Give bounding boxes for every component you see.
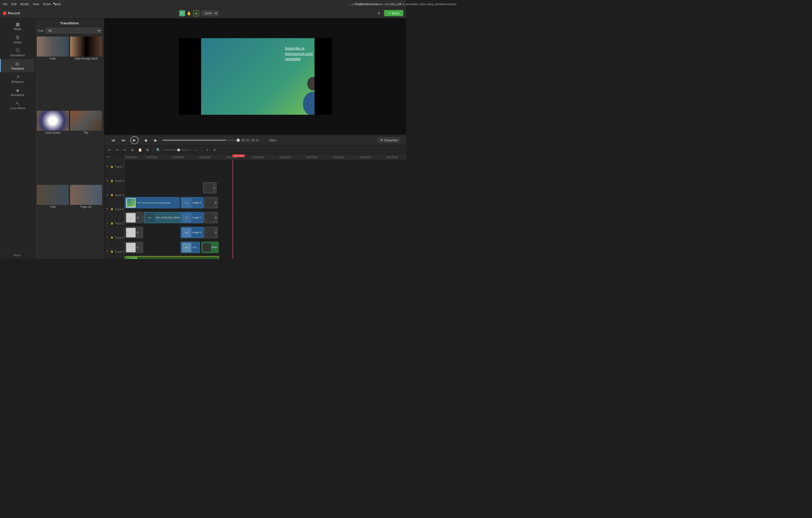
menu-modify[interactable]: Modify — [20, 2, 29, 6]
prev-marker-button[interactable]: ◀ — [142, 137, 149, 144]
menu-bar[interactable]: File Edit Modify View Share Help — [3, 2, 61, 6]
track-4-shape2-thumb — [206, 213, 214, 222]
track-label-3: 👁 🔒 Track 3 — [105, 217, 124, 231]
track-4-vis-icon[interactable]: 👁 — [106, 208, 109, 211]
track-6-lock-icon[interactable]: 🔒 — [110, 179, 114, 183]
track-4-clip-shape[interactable]: Shape — [125, 212, 143, 223]
track-5-clip-shape[interactable]: Shape — [204, 197, 218, 208]
ruler-mark-28: 0:00:28;00 — [312, 154, 323, 160]
sidebar-item-animations[interactable]: ◈ Animations — [0, 86, 34, 99]
cut-button[interactable]: ✂ — [122, 147, 128, 153]
add-track-row[interactable]: + ▾ — [105, 154, 124, 160]
sidebar-item-annotations[interactable]: 🗨 Annotations — [0, 46, 34, 59]
transition-page-roll[interactable]: Page roll — [70, 185, 102, 258]
track-1-vis-icon[interactable]: 👁 — [106, 250, 109, 253]
transition-circle-label: Circle stretch — [45, 131, 61, 135]
track-4-clip-vid[interactable]: VID VID_20191218_09020 — [144, 212, 182, 223]
track-6-label: Track 6 — [115, 179, 124, 182]
sidebar-behaviors-label: Behaviors — [12, 80, 24, 83]
track-2-lock-icon[interactable]: 🔒 — [110, 236, 114, 239]
preview-black-left — [179, 38, 201, 115]
preview-black-right — [315, 38, 332, 115]
track-3-vis-icon[interactable]: 👁 — [106, 222, 109, 225]
split-button[interactable]: ⊞ — [145, 147, 150, 153]
sidebar-item-library[interactable]: ☰ Library — [0, 33, 34, 46]
crop-tool-button[interactable]: ⊞ — [193, 10, 199, 16]
redo-button[interactable]: ↪ — [114, 147, 120, 153]
copy-button[interactable]: ⧉ — [129, 147, 135, 153]
zoom-handle[interactable] — [177, 149, 180, 151]
sidebar-more-button[interactable]: More — [0, 251, 34, 259]
track-6-clip-tex[interactable]: Tex — [203, 182, 216, 194]
track-label-6: 👁 🔒 Track 6 — [105, 174, 124, 188]
play-button[interactable]: ▶ — [130, 136, 139, 144]
annotations-icon: 🗨 — [16, 48, 20, 53]
track-3-lock-icon[interactable]: 🔒 — [110, 222, 114, 225]
zoom-slider[interactable] — [164, 149, 191, 150]
track-5-clip-newsletter[interactable]: The Fresh van Root Tex Newsletter — [125, 197, 180, 208]
track-1-clip-blog[interactable]: blog cover background square — [125, 256, 219, 259]
sidebar-item-behaviors[interactable]: ↗ Behaviors — [0, 72, 34, 86]
track-1-lock-icon[interactable]: 🔒 — [110, 250, 114, 253]
progress-handle[interactable] — [237, 139, 240, 142]
menu-help[interactable]: Help — [55, 2, 61, 6]
ruler[interactable]: 0:00:16;08 0:00:00;00 0:00:04;00 — [125, 154, 406, 160]
sidebar-item-media[interactable]: ▦ Media — [0, 20, 34, 33]
timeline-content: + ▾ 👁 🔒 Track 7 👁 🔒 Track 6 👁 — [105, 154, 406, 259]
progress-bar[interactable] — [163, 140, 238, 141]
track-row-1: blog cover background square — [125, 255, 406, 259]
transition-fold[interactable]: Fold — [37, 185, 69, 258]
track-row-4: Shape VID VID_20191218_09020 🔊 image-7 — [125, 210, 406, 225]
fps-display: 30fps — [269, 139, 277, 142]
track-7-vis-icon[interactable]: 👁 — [106, 165, 109, 169]
transition-flip[interactable]: Flip — [70, 111, 102, 184]
menu-share[interactable]: Share — [43, 2, 51, 6]
share-button[interactable]: ↗ Share — [384, 10, 403, 16]
go-start-button[interactable]: ⏮ — [110, 137, 117, 144]
sidebar-item-cursor-effects[interactable]: ↖ Cursor Effects — [0, 99, 34, 112]
track-2-fresh-label: fresh — [211, 246, 218, 249]
menu-edit[interactable]: Edit — [11, 2, 17, 6]
add-track-label: ▾ — [108, 155, 110, 158]
next-marker-button[interactable]: ▶ — [152, 137, 159, 144]
filter-select[interactable]: All Basic 3D — [46, 28, 102, 33]
undo-button[interactable]: ↩ — [107, 147, 113, 153]
panel-title: Transitions — [35, 19, 104, 27]
paste-button[interactable]: 📋 — [137, 147, 143, 153]
track-6-vis-icon[interactable]: 👁 — [106, 179, 109, 183]
record-button[interactable]: Record — [3, 11, 20, 15]
track-3-clip-shape2[interactable]: Shape — [204, 227, 218, 238]
track-2-clip-shape[interactable]: Shape — [125, 242, 143, 253]
sidebar-item-transitions[interactable]: ▷ Transitions — [0, 59, 34, 72]
track-2-vis-icon[interactable]: 👁 — [106, 236, 109, 239]
transition-fade[interactable]: Fade — [37, 36, 69, 110]
track-3-clip-shape[interactable]: Shape — [125, 227, 143, 238]
add-track-button[interactable]: + — [204, 147, 210, 153]
menu-view[interactable]: View — [33, 2, 39, 6]
track-5-lock-icon[interactable]: 🔒 — [110, 194, 114, 197]
collapse-button[interactable]: ▾ — [212, 147, 218, 153]
track-2-clip-image5[interactable]: img image-5 — [180, 242, 200, 253]
hand-tool-button[interactable]: ✋ — [186, 10, 192, 16]
track-5-vis-icon[interactable]: 👁 — [106, 194, 109, 197]
track-4-clip-shape2[interactable]: Shape — [204, 212, 218, 223]
track-7-lock-icon[interactable]: 🔒 — [110, 165, 114, 169]
zoom-in-button[interactable]: 🔍 — [155, 147, 161, 153]
track-3-clip-image3[interactable]: img image-3 — [180, 227, 204, 238]
transition-circle-stretch[interactable]: Circle stretch — [37, 111, 69, 184]
track-4-lock-icon[interactable]: 🔒 — [110, 208, 114, 211]
ruler-and-tracks: 0:00:16;08 0:00:00;00 0:00:04;00 — [125, 154, 406, 259]
track-2-clip-fresh[interactable]: fresh — [201, 242, 219, 253]
ruler-mark-0: 0:00:00;00 — [125, 154, 137, 160]
arrow-tool-button[interactable]: ↖ — [179, 10, 185, 16]
download-button[interactable]: ⬇ — [378, 11, 380, 15]
track-5-clip-image6[interactable]: img image-6 — [180, 197, 204, 208]
step-back-button[interactable]: ⏭ — [120, 137, 127, 144]
properties-button[interactable]: ⚙ Properties — [378, 137, 401, 143]
zoom-select[interactable]: 100% 75% 50% 150% — [201, 10, 219, 16]
menu-file[interactable]: File — [3, 2, 7, 6]
zoom-out-button[interactable]: ─ — [194, 147, 200, 153]
track-4-clip-image7[interactable]: 🔊 image-7 — [180, 212, 204, 223]
track-4-shape2-label: Shape — [214, 216, 216, 219]
transition-fade-through-black[interactable]: Fade through black — [70, 36, 102, 110]
